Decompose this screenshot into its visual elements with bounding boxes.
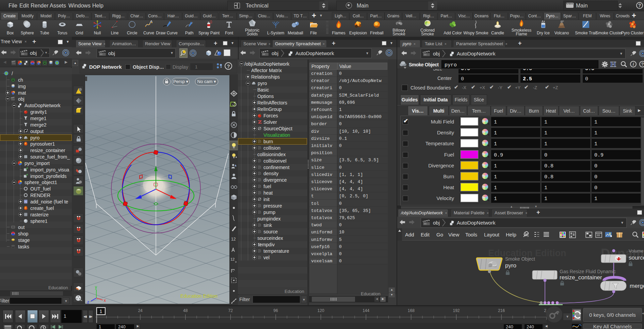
svg-text:12: 12: [231, 237, 236, 242]
svg-text:pyro: pyro: [505, 262, 516, 269]
svg-text:Smoke Object: Smoke Object: [505, 256, 535, 262]
svg-text:192: 192: [453, 308, 460, 313]
svg-text:72: 72: [228, 308, 233, 313]
svg-text:12: 12: [230, 257, 235, 261]
svg-text:216: 216: [498, 308, 505, 313]
svg-text:merge2: merge2: [630, 283, 644, 289]
svg-text:24: 24: [138, 308, 143, 313]
svg-text:168: 168: [408, 308, 415, 313]
svg-text:96: 96: [273, 308, 278, 313]
svg-text:144: 144: [363, 308, 369, 313]
svg-text:y: y: [95, 285, 97, 290]
svg-text:source_f: source_f: [629, 254, 644, 261]
svg-text:120: 120: [318, 308, 324, 313]
svg-text:z: z: [87, 300, 89, 304]
svg-text:resize_container: resize_container: [560, 274, 602, 281]
svg-text:Volume: Volume: [629, 248, 643, 253]
svg-text:Education Edition: Education Edition: [180, 293, 218, 299]
svg-text:Gas Resize Fluid Dynamic: Gas Resize Fluid Dynamic: [560, 269, 616, 274]
svg-text:48: 48: [183, 308, 188, 313]
svg-text:x: x: [104, 298, 106, 303]
